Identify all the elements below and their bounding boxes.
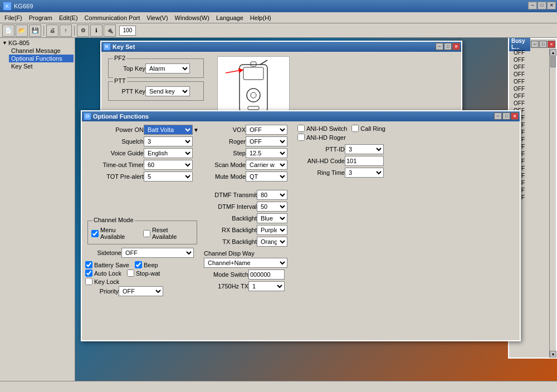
dtmf-interval-select[interactable]: 50 <box>257 202 287 212</box>
freq-1750-select[interactable]: 1 <box>248 281 285 291</box>
optional-minimize[interactable]: ─ <box>494 112 502 120</box>
dtmf-transmit-select[interactable]: 80 <box>257 190 287 200</box>
menu-help[interactable]: Help(H) <box>247 14 275 22</box>
app-icon: K <box>3 2 11 10</box>
channel-mode-group: Channel Mode Menu Available Reset Availa… <box>87 220 197 244</box>
ring-time-select[interactable]: 3 <box>345 168 384 178</box>
ani-hd-roger-check[interactable] <box>297 134 305 141</box>
channel-disp-way-select[interactable]: Channel+Name <box>204 258 287 268</box>
ptt-id-select[interactable]: 3 <box>345 144 384 154</box>
tot-select[interactable]: 5 <box>144 171 193 182</box>
scroll-track <box>550 56 556 351</box>
stop-wat-check[interactable] <box>127 270 134 277</box>
call-ring-label: Call Ring <box>360 125 385 132</box>
svg-rect-4 <box>248 106 259 110</box>
info-btn[interactable]: ℹ <box>90 24 102 37</box>
spacer <box>85 185 199 218</box>
menu-available-check[interactable] <box>91 230 99 237</box>
scroll-up-btn[interactable]: ▲ <box>550 49 556 56</box>
minimize-btn[interactable]: ─ <box>528 2 537 9</box>
optional-maximize[interactable]: □ <box>502 112 510 120</box>
tx-backlight-select[interactable]: Orange <box>257 237 287 247</box>
menu-view[interactable]: View(V) <box>143 14 171 22</box>
ptt-label: PTT <box>113 77 127 84</box>
optional-close[interactable]: ✕ <box>511 112 519 120</box>
keyset-controls: ─ □ ✕ <box>436 43 460 50</box>
keyset-minimize[interactable]: ─ <box>436 43 443 50</box>
freq-1750-label: 1750Hz TX <box>204 283 248 290</box>
toolbar-sep-1 <box>43 26 44 36</box>
keyset-maximize[interactable]: □ <box>444 43 452 50</box>
voice-guide-select[interactable]: English <box>144 148 193 158</box>
beep-label: Beep <box>144 262 158 268</box>
priority-select[interactable]: OFF <box>119 286 163 296</box>
save-btn[interactable]: 💾 <box>29 24 41 37</box>
busy-list-scrollbar[interactable]: ▲ ▼ <box>549 49 556 357</box>
scan-mode-select[interactable]: Carrier w <box>246 160 287 170</box>
menu-language[interactable]: Language <box>213 14 247 22</box>
new-btn[interactable]: 📄 <box>2 24 14 37</box>
busy-list-maximize[interactable]: □ <box>539 41 547 48</box>
mute-mode-select[interactable]: QT <box>246 171 287 182</box>
extra-btn[interactable]: 🔌 <box>104 24 116 37</box>
upload-btn[interactable]: ↑ <box>60 24 72 37</box>
rx-backlight-select[interactable]: Purple <box>257 225 287 235</box>
backlight-row: Backlight Blue <box>204 213 293 223</box>
ani-hd-switch-check[interactable] <box>297 125 305 132</box>
maximize-btn[interactable]: □ <box>538 2 546 9</box>
tot-label: TOT Pre-alert <box>85 173 144 180</box>
ptt-key-row: PTT Key Send key <box>112 86 200 96</box>
ani-code-input[interactable] <box>345 156 384 166</box>
scroll-down-btn[interactable]: ▼ <box>550 351 556 357</box>
zoom-input[interactable]: 100 <box>119 26 136 36</box>
backlight-select[interactable]: Blue <box>257 213 287 223</box>
busy-list-minimize[interactable]: ─ <box>531 41 539 48</box>
tot-row: TOT Pre-alert 5 <box>85 171 199 182</box>
squelch-select[interactable]: 3 <box>144 136 193 146</box>
menu-comm-port[interactable]: Communication Port <box>81 14 144 22</box>
scroll-thumb[interactable] <box>550 56 556 67</box>
busy-list-item: OFF <box>509 100 549 107</box>
reset-available-check[interactable] <box>143 230 150 237</box>
ani-switches-row: ANI-HD Switch Call Ring <box>297 125 409 132</box>
dtmf-interval-label: DTMF Interval <box>204 203 257 210</box>
roger-select[interactable]: OFF <box>246 136 287 146</box>
ani-hd-switch-label: ANI-HD Switch <box>306 125 347 132</box>
dtmf-transmit-row: DTMF Transmit 80 <box>204 190 293 200</box>
vox-select[interactable]: OFF <box>246 125 287 135</box>
close-btn[interactable]: ✕ <box>547 2 556 9</box>
keyset-close[interactable]: ✕ <box>452 43 460 50</box>
sidetone-select[interactable]: OFF <box>121 248 194 258</box>
print-btn[interactable]: 🖨 <box>46 24 58 37</box>
open-btn[interactable]: 📂 <box>16 24 28 37</box>
ptt-id-label: PTT-ID <box>297 146 345 153</box>
sidebar-item-key-set[interactable]: Key Set <box>9 62 74 70</box>
menu-file[interactable]: File(F) <box>1 14 26 22</box>
call-ring-check[interactable] <box>351 125 359 132</box>
busy-list-close[interactable]: ✕ <box>548 41 555 48</box>
timeout-select[interactable]: 60 <box>144 160 193 170</box>
mode-switch-input[interactable] <box>248 270 285 280</box>
key-lock-check[interactable] <box>85 278 92 285</box>
dtmf-interval-row: DTMF Interval 50 <box>204 202 293 212</box>
menu-program[interactable]: Program <box>26 14 56 22</box>
busy-list-item: OFF <box>509 92 549 100</box>
backlight-label: Backlight <box>204 215 257 222</box>
vox-row: VOX OFF <box>204 125 293 135</box>
auto-lock-check[interactable] <box>85 270 92 277</box>
battery-save-check[interactable] <box>85 261 92 268</box>
optional-content: Power ON Batt Volta ▼ Squelch 3 <box>82 121 520 301</box>
top-key-select[interactable]: Alarm <box>145 63 190 74</box>
ptt-key-select[interactable]: Send key <box>145 86 190 96</box>
optional-window: O Optional Functions ─ □ ✕ Power ON Batt… <box>81 110 521 341</box>
channel-disp-way-section: Channel Disp Way Channel+Name <box>204 250 293 268</box>
step-select[interactable]: 12.5 <box>246 148 287 158</box>
roger-row: Roger OFF <box>204 136 293 146</box>
settings-btn[interactable]: ⚙ <box>77 24 89 37</box>
power-on-select[interactable]: Batt Volta <box>144 125 193 135</box>
beep-check[interactable] <box>135 261 142 268</box>
sidebar-item-channel-message[interactable]: Channel Message <box>9 47 74 55</box>
menu-edit[interactable]: Edit(E) <box>56 14 81 22</box>
sidebar-item-optional-functions[interactable]: Optional Functions <box>9 55 74 62</box>
menu-windows[interactable]: Windows(W) <box>172 14 213 22</box>
